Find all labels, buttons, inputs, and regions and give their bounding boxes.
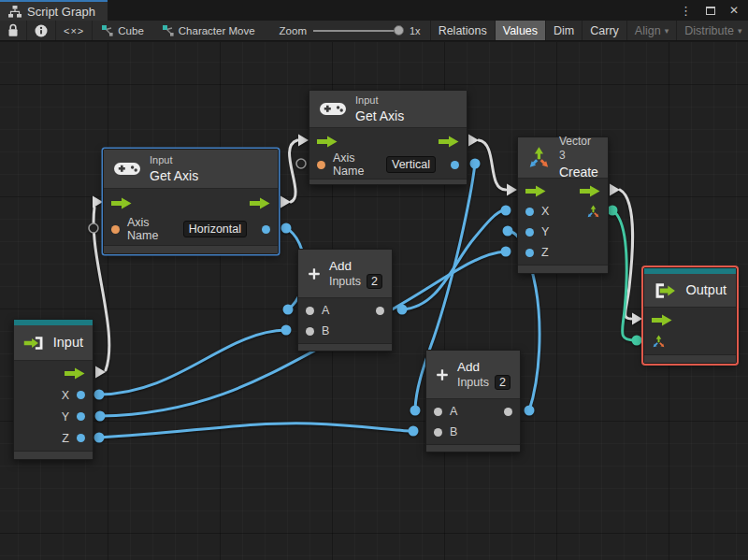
- toggle-values[interactable]: Values: [495, 21, 545, 40]
- value-port-dot[interactable]: [470, 159, 481, 169]
- maximize-icon[interactable]: [706, 7, 715, 15]
- wire-flow-getaxis-vertical-to-vector3[interactable]: [479, 140, 506, 190]
- flow-port-triangle[interactable]: [93, 196, 103, 208]
- flow-out-arrow-icon[interactable]: [439, 136, 459, 148]
- value-port-dot[interactable]: [281, 325, 292, 336]
- node-output-event[interactable]: Output: [643, 267, 737, 364]
- node-category: Input: [355, 93, 404, 107]
- zoom-slider[interactable]: [313, 25, 403, 36]
- flow-out-arrow-icon[interactable]: [65, 367, 85, 380]
- distribute-dropdown[interactable]: Distribute▾: [676, 21, 748, 40]
- input-port-z[interactable]: [525, 249, 534, 257]
- code-view-button[interactable]: <×>: [56, 21, 93, 40]
- toggle-dim[interactable]: Dim: [545, 21, 582, 40]
- result-port[interactable]: [262, 225, 270, 234]
- input-port-a[interactable]: [434, 408, 442, 416]
- close-icon[interactable]: ✕: [729, 5, 739, 16]
- axis-name-field[interactable]: Horizontal: [183, 221, 247, 237]
- inputs-count-field[interactable]: 2: [495, 375, 511, 390]
- output-port-z[interactable]: [77, 434, 85, 442]
- unconnected-port-circle[interactable]: [89, 223, 98, 233]
- value-port-dot[interactable]: [95, 411, 106, 422]
- lock-button[interactable]: [0, 21, 27, 40]
- sum-port[interactable]: [376, 307, 384, 315]
- value-port-dot[interactable]: [94, 390, 105, 400]
- vector3-input-port-icon[interactable]: [652, 335, 666, 349]
- node-input-event[interactable]: Input X Y Z: [13, 319, 94, 460]
- info-icon: [35, 24, 48, 37]
- graph-canvas[interactable]: Input Get Axis Axis Name Vertical: [0, 42, 748, 560]
- info-button[interactable]: [27, 21, 56, 40]
- zoom-slider-track: [313, 30, 403, 32]
- node-get-axis-horizontal[interactable]: Input Get Axis Axis Name Horizontal: [103, 149, 279, 254]
- node-category: Input: [150, 153, 198, 166]
- unconnected-port-circle[interactable]: [296, 159, 306, 168]
- input-port-y[interactable]: [525, 228, 534, 237]
- lock-icon: [7, 23, 19, 37]
- input-port-b[interactable]: [306, 327, 314, 336]
- flow-in-arrow-icon[interactable]: [525, 185, 546, 197]
- flow-out-arrow-icon[interactable]: [250, 197, 270, 209]
- script-graph-window: Script Graph ⋮ ✕ <×> Cube Character Move…: [0, 0, 748, 560]
- node-title: Add: [457, 359, 511, 376]
- script-graph-icon: [8, 6, 22, 18]
- flow-port-triangle[interactable]: [95, 366, 106, 379]
- value-port-dot[interactable]: [94, 433, 105, 443]
- sum-port[interactable]: [504, 408, 512, 416]
- axis-name-port[interactable]: [111, 225, 120, 234]
- node-add-1[interactable]: Add Inputs 2 A B: [297, 249, 393, 352]
- more-menu-icon[interactable]: ⋮: [680, 5, 692, 17]
- align-dropdown[interactable]: Align▾: [626, 21, 676, 40]
- axis-name-field[interactable]: Vertical: [386, 156, 436, 173]
- flow-port-triangle[interactable]: [632, 313, 642, 325]
- flow-out-arrow-icon[interactable]: [580, 185, 600, 197]
- value-port-dot[interactable]: [283, 305, 294, 315]
- node-title: Create: [559, 164, 598, 180]
- input-port-x[interactable]: [525, 208, 534, 216]
- value-port-dot[interactable]: [281, 223, 292, 234]
- flow-port-triangle[interactable]: [298, 135, 309, 147]
- flow-port-triangle[interactable]: [280, 196, 291, 208]
- value-port-dot[interactable]: [409, 426, 419, 437]
- result-port[interactable]: [451, 161, 459, 169]
- plus-icon: [308, 263, 321, 285]
- input-port-b[interactable]: [434, 428, 442, 437]
- flow-in-arrow-icon[interactable]: [652, 314, 672, 326]
- value-port-dot[interactable]: [525, 406, 535, 416]
- zoom-slider-handle[interactable]: [394, 25, 404, 36]
- port-label: Z: [62, 432, 69, 445]
- output-port-y[interactable]: [77, 412, 85, 421]
- tab-script-graph[interactable]: Script Graph: [0, 0, 108, 21]
- flow-port-triangle[interactable]: [507, 184, 517, 196]
- flow-in-arrow-icon[interactable]: [317, 136, 338, 148]
- flow-port-triangle[interactable]: [610, 184, 620, 196]
- value-port-dot[interactable]: [501, 206, 511, 216]
- vector-port-dot[interactable]: [608, 206, 618, 216]
- node-title: Get Axis: [355, 108, 404, 124]
- wire-input-z-to-add2-b[interactable]: [99, 424, 412, 438]
- graph-link-icon: [102, 25, 113, 36]
- inputs-count-field[interactable]: 2: [367, 274, 382, 289]
- node-add-2[interactable]: Add Inputs 2 A B: [425, 350, 521, 452]
- vector3-output-port-icon[interactable]: [586, 205, 600, 219]
- value-port-dot[interactable]: [397, 305, 408, 315]
- node-vector3-create[interactable]: Vector 3 Create X Y: [517, 136, 609, 274]
- toggle-relations[interactable]: Relations: [430, 21, 495, 40]
- breadcrumb-character-move[interactable]: Character Move: [153, 21, 265, 40]
- wire-flow-getaxis-horizontal-to-vertical[interactable]: [290, 140, 297, 202]
- zoom-value: 1x: [410, 25, 421, 36]
- chevron-down-icon: ▾: [738, 26, 742, 36]
- flow-port-triangle[interactable]: [468, 135, 479, 147]
- wire-input-x-to-add1-b[interactable]: [99, 330, 286, 395]
- axis-name-port[interactable]: [317, 161, 325, 169]
- output-port-x[interactable]: [77, 391, 85, 399]
- value-port-dot[interactable]: [503, 226, 513, 237]
- breadcrumb-cube[interactable]: Cube: [93, 21, 153, 40]
- toggle-carry[interactable]: Carry: [582, 21, 626, 40]
- input-port-a[interactable]: [306, 307, 314, 315]
- flow-in-arrow-icon[interactable]: [111, 197, 132, 209]
- value-port-dot[interactable]: [410, 406, 421, 416]
- value-port-dot[interactable]: [501, 247, 511, 257]
- vector-port-dot[interactable]: [632, 336, 642, 346]
- node-get-axis-vertical[interactable]: Input Get Axis Axis Name Vertical: [309, 90, 468, 185]
